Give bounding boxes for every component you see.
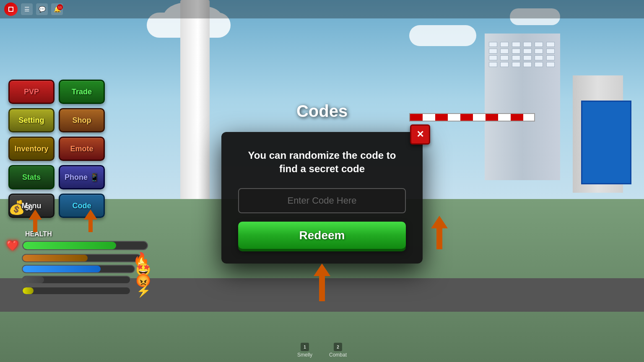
modal-title: Codes (296, 102, 348, 121)
down-below-arrow-svg (314, 264, 330, 301)
close-button[interactable]: ✕ (410, 124, 430, 145)
svg-marker-2 (431, 216, 448, 249)
svg-marker-3 (314, 264, 330, 301)
up-arrow-svg (431, 216, 448, 249)
codes-modal: ✕ You can randomize the code to find a s… (221, 132, 423, 264)
modal-overlay: Codes ✕ You can randomize the code to fi… (0, 0, 644, 362)
modal-description: You can randomize the code to find a sec… (238, 149, 406, 176)
redeem-button[interactable]: Redeem (238, 222, 406, 249)
redeem-arrow-right (431, 216, 448, 249)
below-modal-arrow (314, 264, 330, 301)
code-input[interactable] (238, 188, 406, 213)
